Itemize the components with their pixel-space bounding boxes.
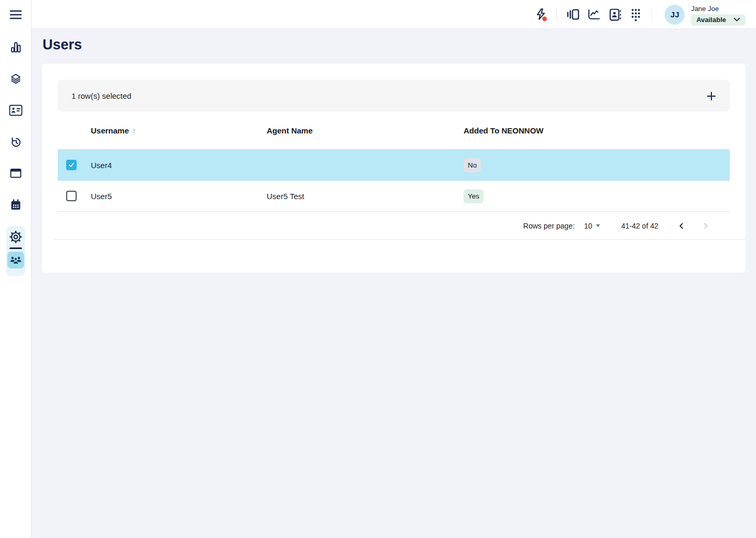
topbar: JJ Jane Joe Available [32, 0, 756, 29]
topbar-divider [652, 8, 652, 22]
user-name: Jane Joe [691, 5, 746, 13]
settings-group [6, 226, 25, 276]
added-to-neonnow-badge: Yes [464, 189, 484, 203]
sidebar-item-settings[interactable] [9, 230, 22, 244]
layers-icon [9, 73, 22, 85]
chevron-right-icon [701, 221, 710, 231]
status-label: Available [696, 16, 726, 24]
line-chart-icon [587, 8, 601, 21]
table-row[interactable]: User5 User5 Test Yes [58, 181, 730, 212]
selection-toolbar: 1 row(s) selected [58, 80, 730, 111]
username-cell: User5 [91, 192, 267, 201]
chevron-down-icon [733, 17, 740, 22]
browser-window-icon [9, 167, 22, 180]
bar-chart-icon [9, 41, 22, 54]
status-dropdown[interactable]: Available [691, 14, 746, 26]
sidebar [0, 0, 32, 538]
rows-per-page-value: 10 [584, 222, 593, 230]
sidebar-item-users[interactable] [7, 252, 24, 268]
chevron-left-icon [677, 221, 686, 231]
dialpad-button[interactable] [625, 4, 646, 25]
sort-ascending-icon: ↑ [132, 126, 136, 135]
rows-per-page-label: Rows per page: [523, 222, 575, 230]
caret-down-icon [596, 224, 600, 227]
sidebar-item-browser[interactable] [9, 167, 22, 180]
notification-dot [542, 16, 547, 21]
selection-count-text: 1 row(s) selected [71, 91, 131, 100]
avatar[interactable]: JJ [665, 5, 685, 25]
previous-page-button[interactable] [672, 216, 691, 235]
users-icon [9, 255, 23, 265]
column-header-added-to-neonnow[interactable]: Added To NEONNOW [464, 126, 730, 135]
lightning-bolt-icon [534, 7, 548, 22]
sidebar-item-layers[interactable] [9, 73, 22, 85]
contact-card-icon [9, 105, 23, 116]
sidebar-item-contacts[interactable] [9, 104, 22, 117]
username-cell: User4 [91, 161, 267, 170]
column-header-username[interactable]: Username ↑ [91, 126, 267, 135]
row-checkbox-unchecked[interactable] [66, 191, 77, 201]
column-header-label: Username [91, 126, 129, 135]
analytics-button[interactable] [583, 4, 604, 25]
hamburger-menu-button[interactable] [8, 8, 23, 21]
table-row[interactable]: User4 No [58, 149, 730, 181]
contact-book-icon [608, 8, 622, 22]
layout-panels-icon [566, 8, 580, 21]
rows-per-page-select[interactable]: 10 [584, 222, 601, 230]
contacts-button[interactable] [604, 4, 625, 25]
settings-group-divider [9, 247, 22, 249]
next-page-button-disabled[interactable] [696, 216, 715, 235]
table-header-row: Username ↑ Agent Name Added To NEONNOW [58, 111, 730, 149]
pagination: Rows per page: 10 41-42 of 42 [523, 212, 715, 239]
added-to-neonnow-badge: No [464, 158, 481, 172]
checkmark-icon [68, 161, 75, 169]
column-header-label: Agent Name [267, 126, 313, 135]
add-user-button[interactable] [705, 89, 718, 103]
column-header-agent-name[interactable]: Agent Name [267, 126, 464, 135]
history-icon [9, 136, 22, 148]
card-bottom-divider [54, 239, 746, 240]
page-title: Users [43, 37, 82, 53]
agent-name-cell: User5 Test [267, 192, 464, 201]
layout-panels-button[interactable] [562, 4, 583, 25]
pagination-range-text: 41-42 of 42 [621, 222, 658, 230]
gear-icon [9, 231, 22, 243]
users-card: 1 row(s) selected Username ↑ Agent Name … [42, 64, 746, 273]
column-header-label: Added To NEONNOW [464, 126, 543, 135]
sidebar-item-calendar[interactable] [9, 199, 22, 211]
sidebar-item-history[interactable] [9, 136, 22, 148]
row-checkbox-checked[interactable] [66, 160, 77, 170]
plus-icon [705, 90, 718, 102]
hamburger-icon [8, 8, 23, 21]
calendar-icon [9, 199, 22, 211]
dialpad-icon [630, 7, 642, 22]
topbar-divider [556, 8, 557, 22]
sidebar-item-dashboard[interactable] [9, 41, 22, 54]
notifications-button[interactable] [530, 4, 551, 25]
